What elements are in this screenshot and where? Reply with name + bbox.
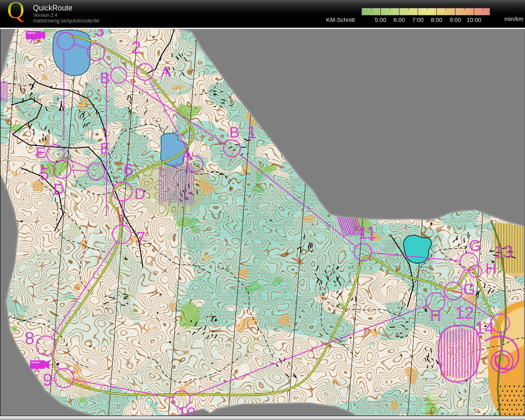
svg-text:B: B (100, 69, 110, 86)
svg-text:1: 1 (247, 123, 257, 142)
svg-text:D: D (53, 181, 64, 197)
svg-text:KM-Schnitt: KM-Schnitt (326, 17, 355, 23)
svg-text:A: A (161, 63, 171, 80)
svg-text:Q: Q (7, 0, 24, 23)
svg-text:5: 5 (39, 164, 49, 183)
svg-text:5:00: 5:00 (375, 17, 386, 23)
svg-text:E: E (36, 144, 46, 161)
svg-text:2: 2 (131, 38, 141, 57)
svg-text:8: 8 (25, 328, 34, 347)
svg-text:9: 9 (43, 370, 53, 389)
svg-text:7:00: 7:00 (412, 17, 424, 23)
svg-text:B: B (229, 124, 239, 141)
svg-text:12: 12 (455, 303, 474, 322)
svg-text:13: 13 (494, 242, 513, 261)
svg-text:6:00: 6:00 (394, 17, 405, 23)
svg-text:E: E (100, 140, 110, 157)
svg-text:9:00: 9:00 (450, 17, 461, 23)
svg-text:matstroeng.se/quickroute/de: matstroeng.se/quickroute/de (33, 18, 99, 24)
svg-text:8:00: 8:00 (431, 17, 442, 23)
svg-text:10:00: 10:00 (467, 17, 481, 23)
svg-text:G: G (463, 281, 475, 298)
svg-text:min/km: min/km (504, 16, 523, 22)
svg-text:Version 2.4: Version 2.4 (33, 12, 57, 18)
svg-text:7: 7 (136, 228, 146, 247)
svg-text:H: H (430, 307, 441, 324)
svg-text:11: 11 (358, 223, 376, 242)
svg-text:6: 6 (123, 160, 133, 179)
svg-text:D: D (134, 186, 145, 202)
svg-text:A: A (182, 147, 192, 164)
svg-text:14: 14 (475, 318, 494, 337)
svg-text:G: G (469, 237, 481, 254)
svg-text:H: H (485, 260, 496, 277)
svg-text:QuickRoute: QuickRoute (33, 4, 73, 12)
